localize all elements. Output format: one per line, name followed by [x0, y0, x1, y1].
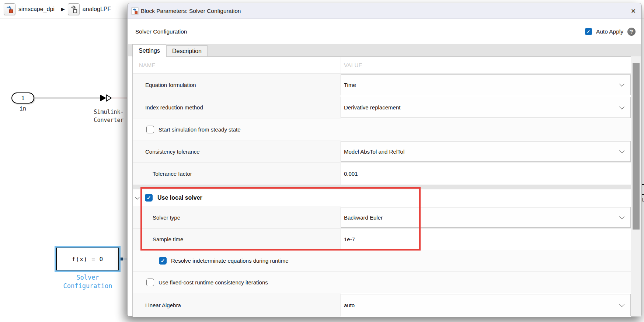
scrollbar-thumb[interactable] [633, 63, 640, 230]
table-row: ✓ Use fixed-cost runtime consistency ite… [133, 272, 631, 293]
select-value: auto [344, 302, 355, 308]
table-row: Tolerance factor 0.001 [133, 163, 631, 185]
close-icon[interactable]: ✕ [629, 7, 638, 15]
dialog-title: Block Parameters: Solver Configuration [141, 3, 241, 19]
breadcrumb-label-subsystem[interactable]: analogLPF [83, 6, 111, 13]
parameter-table: NAME VALUE Equation formulation Time Ind… [132, 56, 631, 316]
converter-label-line1: Simulink- [87, 108, 131, 116]
help-icon[interactable]: ? [627, 28, 636, 36]
auto-apply-checkbox[interactable]: ✓ [585, 28, 592, 35]
solver-block-face: f(x) = 0 [56, 248, 119, 270]
check-icon: ✓ [161, 258, 165, 263]
select-value: Backward Euler [344, 214, 383, 221]
chevron-down-icon [619, 81, 624, 87]
arrowhead-hollow-icon [106, 94, 112, 102]
chevron-down-icon [619, 214, 624, 219]
param-name-tolerance-factor: Tolerance factor [133, 163, 341, 185]
inport-number: 1 [21, 95, 25, 102]
solver-label-line1: Solver [45, 273, 130, 282]
check-icon: ✓ [147, 195, 151, 200]
param-name-index-reduction: Index reduction method [133, 96, 341, 119]
solver-configuration-block[interactable]: f(x) = 0 [55, 246, 121, 272]
table-row: Equation formulation Time [133, 74, 631, 96]
collapse-chevron-icon[interactable] [135, 195, 140, 200]
simulink-model-icon [131, 7, 139, 15]
auto-apply-label: Auto Apply [596, 28, 623, 35]
select-value: Time [344, 82, 356, 88]
inport-block[interactable]: 1 [11, 92, 34, 104]
dialog-titlebar: Block Parameters: Solver Configuration ✕ [128, 3, 641, 19]
breadcrumb-separator-icon: ▶ [61, 6, 65, 12]
sample-time-input[interactable]: 1e-7 [341, 229, 631, 250]
linear-algebra-select[interactable]: auto [341, 294, 631, 316]
param-name-equation-formulation: Equation formulation [133, 74, 341, 96]
block-parameters-dialog: Block Parameters: Solver Configuration ✕… [127, 3, 642, 316]
table-row: ✓ Start simulation from steady state [133, 119, 631, 140]
table-row: Sample time 1e-7 [133, 229, 631, 250]
steady-state-label: Start simulation from steady state [159, 126, 241, 133]
table-row: Index reduction method Derivative replac… [133, 96, 631, 119]
breadcrumb-item-subsystem[interactable] [68, 3, 80, 15]
table-row: Linear Algebra auto [133, 293, 631, 317]
value-column-header: VALUE [341, 57, 631, 73]
simulink-model-icon [6, 5, 14, 13]
resolve-indeterminate-checkbox[interactable]: ✓ [159, 257, 167, 265]
index-reduction-select[interactable]: Derivative replacement [341, 97, 631, 118]
table-row: ✓ Use local solver [133, 189, 631, 206]
table-header: NAME VALUE [133, 57, 631, 74]
physical-wire[interactable] [112, 98, 128, 98]
block-type-label: Solver Configuration [135, 19, 187, 44]
select-value: Model AbsTol and RelTol [344, 148, 404, 155]
converter-block-label: Simulink- Converter [87, 108, 131, 124]
subsystem-icon [70, 5, 78, 13]
tab-settings[interactable]: Settings [132, 44, 166, 57]
table-row: ✓ Resolve indeterminate equations during… [133, 250, 631, 272]
clipped-block-port [642, 184, 644, 185]
chevron-down-icon [619, 148, 624, 153]
breadcrumb-item-model[interactable] [4, 3, 15, 15]
tab-description[interactable]: Description [166, 45, 208, 56]
param-name-consistency-tolerance: Consistency tolerance [133, 140, 341, 162]
signal-wire[interactable] [34, 98, 101, 98]
consistency-tolerance-select[interactable]: Model AbsTol and RelTol [341, 141, 631, 162]
chevron-down-icon [619, 302, 624, 307]
param-name-linear-algebra: Linear Algebra [133, 293, 341, 317]
resolve-indeterminate-label: Resolve indeterminate equations during r… [171, 258, 289, 264]
clipped-block-port [642, 194, 644, 195]
tab-strip: Settings Description [128, 44, 641, 56]
table-row: Solver type Backward Euler [133, 206, 631, 229]
breadcrumb-label-model[interactable]: simscape_dpi [18, 6, 55, 13]
solver-label-line2: Configuration [45, 282, 130, 290]
name-column-header: NAME [133, 57, 341, 73]
fixed-cost-label: Use fixed-cost runtime consistency itera… [159, 279, 268, 286]
tolerance-factor-input[interactable]: 0.001 [341, 163, 631, 185]
inport-block-label: in [11, 105, 34, 112]
use-local-solver-checkbox[interactable]: ✓ [145, 194, 153, 202]
select-value: Derivative replacement [344, 104, 400, 111]
section-separator [133, 185, 631, 189]
solver-block-label: Solver Configuration [45, 273, 130, 290]
screen: simscape_dpi ▶ analogLPF 1 in Simulink- [0, 0, 644, 322]
param-name-solver-type: Solver type [133, 206, 341, 228]
chevron-down-icon [619, 104, 624, 109]
use-local-solver-label: Use local solver [157, 195, 202, 201]
solver-type-select[interactable]: Backward Euler [341, 207, 631, 228]
vertical-scrollbar[interactable] [631, 56, 641, 316]
fixed-cost-checkbox[interactable]: ✓ [146, 279, 154, 286]
converter-label-line2: Converter [87, 116, 131, 124]
clipped-block-label: t [641, 197, 644, 203]
check-icon: ✓ [586, 29, 590, 34]
steady-state-checkbox[interactable]: ✓ [146, 126, 154, 133]
equation-formulation-select[interactable]: Time [341, 74, 631, 95]
table-row: Consistency tolerance Model AbsTol and R… [133, 140, 631, 163]
dialog-subheader: Solver Configuration ✓ Auto Apply ? [128, 19, 641, 44]
arrowhead-solid-icon [100, 95, 106, 101]
param-name-sample-time: Sample time [133, 229, 341, 250]
